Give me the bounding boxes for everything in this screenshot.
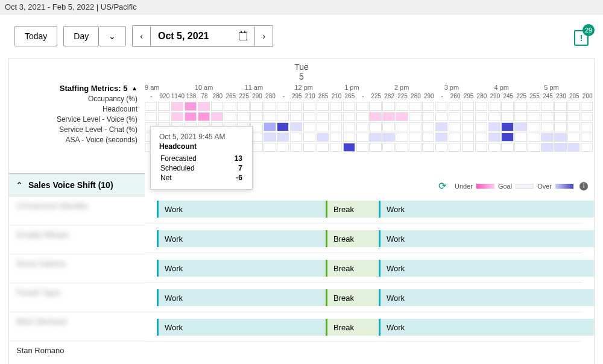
schedule-row[interactable]: Work Break Work xyxy=(145,283,582,312)
work-segment[interactable]: Work xyxy=(157,289,326,306)
prev-day-button[interactable]: ‹ xyxy=(133,27,151,46)
group-toggle[interactable]: ⌃ Sales Voice Shift (10) xyxy=(9,173,145,196)
legend-over-label: Over xyxy=(537,183,552,190)
work-segment[interactable]: Work xyxy=(379,201,595,218)
legend-under-swatch xyxy=(476,184,494,189)
break-segment[interactable]: Break xyxy=(326,201,379,218)
metrics-dropdown[interactable]: Staffing Metrics: 5 ▼ xyxy=(9,84,145,93)
schedule-row[interactable]: Work Break Work xyxy=(145,254,582,283)
agent-row[interactable]: Christenson Mantilla xyxy=(9,196,145,225)
chevron-up-icon: ⌃ xyxy=(16,181,22,189)
view-switcher: Day ⌄ xyxy=(63,26,126,46)
agent-row[interactable]: Emailly Mikado xyxy=(9,225,145,254)
today-button[interactable]: Today xyxy=(14,26,57,46)
work-segment[interactable]: Work xyxy=(379,260,595,277)
chevron-down-icon: ▼ xyxy=(131,86,137,92)
tooltip-title: Headcount xyxy=(159,142,244,151)
time-axis: 9 am10 am11 am12 pm1 pm2 pm3 pm4 pm5 pm xyxy=(145,84,594,92)
alert-count: 29 xyxy=(582,24,595,36)
agent-name: Stan Romano xyxy=(16,346,137,355)
calendar-icon xyxy=(239,32,247,40)
metric-label: Occupancy (%) xyxy=(9,94,145,104)
agent-row[interactable]: Mitch Benhard xyxy=(9,312,145,341)
schedule-row[interactable]: Work Break Work xyxy=(145,195,582,224)
work-segment[interactable]: Work xyxy=(157,201,326,218)
tooltip-val: -6 xyxy=(213,174,242,182)
agent-row[interactable]: Stan Romano xyxy=(9,341,145,364)
metric-label: Headcount xyxy=(9,104,145,115)
break-segment[interactable]: Break xyxy=(326,230,379,247)
break-segment[interactable]: Break xyxy=(326,319,379,336)
tooltip-key: Forecasted xyxy=(160,154,212,163)
agent-name: Mitch Benhard xyxy=(16,317,137,326)
schedule-row[interactable]: Work Break Work xyxy=(145,224,582,253)
work-segment[interactable]: Work xyxy=(157,230,326,247)
break-segment[interactable]: Break xyxy=(326,289,379,306)
metric-label: Service Level - Voice (%) xyxy=(9,115,145,125)
chevron-down-icon: ⌄ xyxy=(109,31,116,41)
schedule-rows: Work Break Work Work Break Work Work Bre… xyxy=(145,194,582,342)
legend-goal-swatch xyxy=(516,184,534,189)
day-header: Tue 5 xyxy=(9,58,594,83)
agent-name: Emailly Mikado xyxy=(16,230,137,239)
left-panel: Staffing Metrics: 5 ▼ Occupancy (%) Head… xyxy=(9,84,145,364)
next-day-button[interactable]: › xyxy=(254,27,273,46)
work-segment[interactable]: Work xyxy=(379,289,595,306)
day-number: 5 xyxy=(9,72,594,81)
value-axis: -920114013878280265225290280-29521028521… xyxy=(145,93,594,101)
refresh-button[interactable]: ⟳ xyxy=(438,180,446,192)
work-segment[interactable]: Work xyxy=(157,260,326,277)
work-segment[interactable]: Work xyxy=(379,319,595,336)
schedule-content: Tue 5 Staffing Metrics: 5 ▼ Occupancy (%… xyxy=(8,58,595,364)
toolbar: Today Day ⌄ ‹ Oct 5, 2021 › 29 xyxy=(0,14,603,58)
legend-goal-label: Goal xyxy=(498,183,512,190)
tooltip-key: Net xyxy=(160,174,212,182)
agent-name: Ruiza Gabrino xyxy=(16,259,137,268)
date-range-header: Oct 3, 2021 - Feb 5, 2022 | US/Pacific xyxy=(0,0,603,14)
work-segment[interactable]: Work xyxy=(379,230,595,247)
agent-name: Christenson Mantilla xyxy=(16,201,137,210)
work-segment[interactable]: Work xyxy=(157,319,326,336)
metric-row-headcount[interactable] xyxy=(145,112,594,122)
group-title: Sales Voice Shift (10) xyxy=(28,180,113,190)
view-dropdown-button[interactable]: ⌄ xyxy=(99,26,126,46)
info-icon[interactable]: i xyxy=(579,182,588,190)
agent-row[interactable]: Poweli Tigne xyxy=(9,283,145,312)
day-name: Tue xyxy=(9,62,594,72)
tooltip-val: 13 xyxy=(213,154,242,163)
metrics-title: Staffing Metrics: 5 xyxy=(60,84,128,93)
metric-tooltip: Oct 5, 2021 9:45 AM Headcount Forecasted… xyxy=(150,126,253,190)
date-picker: ‹ Oct 5, 2021 › xyxy=(132,25,273,47)
metric-label: Service Level - Chat (%) xyxy=(9,125,145,135)
metric-row-occupancy[interactable] xyxy=(145,102,594,111)
legend-over-swatch xyxy=(555,184,573,189)
alerts-button[interactable]: 29 xyxy=(574,30,589,46)
tooltip-table: Forecasted13 Scheduled7 Net-6 xyxy=(159,153,244,183)
current-date[interactable]: Oct 5, 2021 xyxy=(151,26,255,46)
view-day-button[interactable]: Day xyxy=(63,26,99,46)
schedule-row[interactable]: Work Break Work xyxy=(145,313,582,342)
tooltip-key: Scheduled xyxy=(160,164,212,172)
tooltip-val: 7 xyxy=(213,164,242,172)
metric-label: ASA - Voice (seconds) xyxy=(9,135,145,145)
tooltip-time: Oct 5, 2021 9:45 AM xyxy=(159,133,244,141)
metric-legend: ⟳ Under Goal Over i xyxy=(438,180,588,192)
date-text: Oct 5, 2021 xyxy=(158,31,209,42)
agent-name: Poweli Tigne xyxy=(16,288,137,297)
agent-row[interactable]: Ruiza Gabrino xyxy=(9,254,145,283)
legend-under-label: Under xyxy=(455,183,473,190)
break-segment[interactable]: Break xyxy=(326,260,379,277)
